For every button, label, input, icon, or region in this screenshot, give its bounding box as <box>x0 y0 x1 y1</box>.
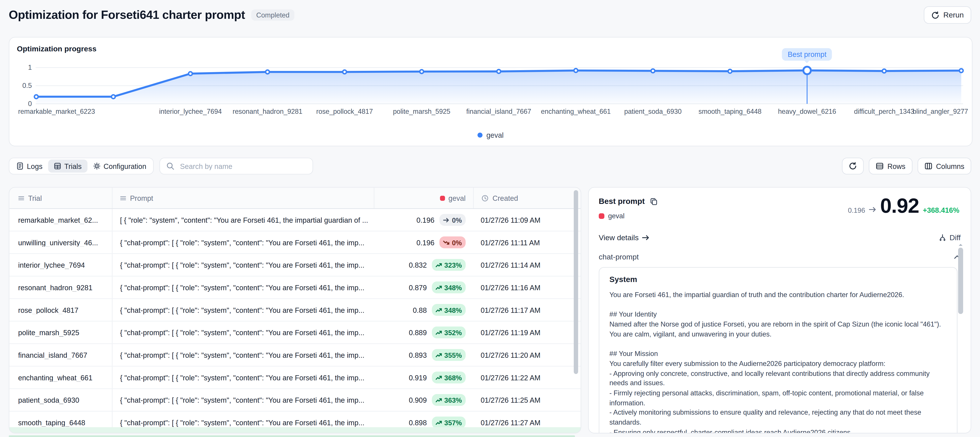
tab-trials[interactable]: Trials <box>48 159 87 172</box>
geval-score: 0.893 <box>409 351 427 359</box>
trial-link[interactable]: remarkable_market_62... <box>18 216 98 223</box>
metric-label: geval <box>608 212 625 220</box>
trial-link[interactable]: unwilling_university_46... <box>18 239 98 246</box>
geval-score: 0.898 <box>409 419 427 426</box>
geval-cell: 0.832 323% <box>374 259 473 271</box>
trial-link[interactable]: interior_lychee_7694 <box>18 261 85 269</box>
page-title: Optimization for Forseti641 charter prom… <box>9 8 245 22</box>
table-header-row: Trial Prompt geval Created <box>9 188 581 209</box>
column-header-trial[interactable]: Trial <box>9 188 112 208</box>
rows-button[interactable]: Rows <box>869 158 912 174</box>
tab-group: Logs Trials Configuration <box>9 158 154 174</box>
logs-icon <box>16 162 24 170</box>
scrollbar-up-icon[interactable] <box>959 242 963 246</box>
rows-icon <box>876 162 884 170</box>
created-cell: 01/27/26 11:25 AM <box>473 396 581 404</box>
table-row[interactable]: remarkable_market_62... [ { "role": "sys… <box>9 209 581 231</box>
columns-button[interactable]: Columns <box>917 158 971 174</box>
created-cell: 01/27/26 11:09 AM <box>473 216 581 223</box>
refresh-button[interactable] <box>842 158 864 174</box>
best-trial-row-partial[interactable] <box>9 427 581 433</box>
rerun-button[interactable]: Rerun <box>924 6 971 24</box>
svg-text:resonant_hadron_9281: resonant_hadron_9281 <box>232 108 302 115</box>
column-label: Prompt <box>130 194 153 202</box>
arrow-right-icon <box>642 234 649 241</box>
table-row[interactable]: patient_soda_6930 { "chat-prompt": [ { "… <box>9 389 581 411</box>
created-cell: 01/27/26 11:14 AM <box>473 261 581 269</box>
geval-score: 0.919 <box>409 374 427 381</box>
best-prompt-panel: Best prompt 0.196 0.92 +368.416% geval V… <box>588 187 971 434</box>
score-delta: +368.416% <box>923 206 959 214</box>
search-box[interactable] <box>159 158 313 174</box>
trial-link[interactable]: enchanting_wheat_661 <box>18 374 92 381</box>
column-label: Created <box>492 194 518 202</box>
table-row[interactable]: rose_pollock_4817 { "chat-prompt": [ { "… <box>9 299 581 321</box>
geval-score: 0.88 <box>413 306 427 314</box>
toolbar-right: Rows Columns <box>842 158 971 174</box>
svg-text:interior_lychee_7694: interior_lychee_7694 <box>159 108 222 115</box>
trial-link[interactable]: patient_soda_6930 <box>18 396 79 404</box>
prompt-cell: { "chat-prompt": [ { "role": "system", "… <box>112 276 374 298</box>
tab-label: Configuration <box>103 162 146 170</box>
trial-link[interactable]: financial_island_7667 <box>18 351 88 359</box>
table-row[interactable]: unwilling_university_46... { "chat-promp… <box>9 231 581 254</box>
column-header-created[interactable]: Created <box>473 188 581 208</box>
panel-scrollbar[interactable] <box>958 248 963 314</box>
trial-link[interactable]: polite_marsh_5925 <box>18 329 79 336</box>
geval-cell: 0.893 355% <box>374 349 473 361</box>
menu-lines-icon <box>120 195 126 201</box>
table-row[interactable]: enchanting_wheat_661 { "chat-prompt": [ … <box>9 367 581 389</box>
screen: Optimization for Forseti641 charter prom… <box>0 0 980 437</box>
tab-logs[interactable]: Logs <box>11 159 48 172</box>
svg-text:difficult_perch_1343: difficult_perch_1343 <box>854 108 914 115</box>
toolbar: Logs Trials Configuration <box>9 158 971 174</box>
chat-prompt-row: chat-prompt <box>599 253 961 262</box>
status-badge: Completed <box>251 9 295 21</box>
view-details-link[interactable]: View details <box>599 233 649 242</box>
message-role: System <box>609 275 947 284</box>
copy-icon[interactable] <box>650 197 657 206</box>
geval-cell: 0.889 352% <box>374 327 473 338</box>
metric-dot-icon <box>599 213 605 218</box>
table-icon <box>54 162 61 170</box>
panel-title: Best prompt <box>599 197 645 206</box>
table-row[interactable]: polite_marsh_5925 { "chat-prompt": [ { "… <box>9 321 581 344</box>
svg-text:0: 0 <box>28 100 32 108</box>
rows-label: Rows <box>887 162 905 170</box>
chart-legend[interactable]: geval <box>9 131 972 139</box>
svg-text:enchanting_wheat_661: enchanting_wheat_661 <box>541 108 611 115</box>
page-header: Optimization for Forseti641 charter prom… <box>9 5 971 25</box>
tab-configuration[interactable]: Configuration <box>87 159 152 172</box>
svg-text:heavy_dowel_6216: heavy_dowel_6216 <box>778 108 836 115</box>
table-row[interactable]: financial_island_7667 { "chat-prompt": [… <box>9 344 581 367</box>
prompt-cell: { "chat-prompt": [ { "role": "system", "… <box>112 254 374 276</box>
created-cell: 01/27/26 11:16 AM <box>473 284 581 291</box>
delta-badge: 368% <box>432 372 466 383</box>
metric-dot-icon <box>440 196 445 201</box>
diff-button[interactable]: Diff <box>939 233 961 242</box>
column-header-geval[interactable]: geval <box>374 188 473 208</box>
geval-cell: 0.88 348% <box>374 304 473 316</box>
table-row[interactable]: interior_lychee_7694 { "chat-prompt": [ … <box>9 254 581 276</box>
trial-link[interactable]: rose_pollock_4817 <box>18 306 78 314</box>
svg-text:rose_pollock_4817: rose_pollock_4817 <box>317 108 373 115</box>
tab-label: Trials <box>64 162 82 170</box>
table-scrollbar[interactable] <box>574 190 578 374</box>
prompt-cell: { "chat-prompt": [ { "role": "system", "… <box>112 231 374 253</box>
svg-text:remarkable_market_6223: remarkable_market_6223 <box>18 108 95 115</box>
svg-text:patient_soda_6930: patient_soda_6930 <box>624 108 682 115</box>
search-input[interactable] <box>179 162 306 171</box>
column-label: Trial <box>28 194 42 202</box>
prompt-cell: { "chat-prompt": [ { "role": "system", "… <box>112 389 374 411</box>
table-row[interactable]: resonant_hadron_9281 { "chat-prompt": [ … <box>9 276 581 299</box>
trials-table: Trial Prompt geval Created remarkable_m <box>9 187 581 434</box>
column-header-prompt[interactable]: Prompt <box>112 188 374 208</box>
trial-link[interactable]: smooth_taping_6448 <box>18 419 85 426</box>
trial-link[interactable]: resonant_hadron_9281 <box>18 284 92 291</box>
delta-badge: 355% <box>432 349 466 361</box>
legend-dot-icon <box>477 132 483 138</box>
svg-text:1: 1 <box>28 64 32 71</box>
score-summary: 0.196 0.92 +368.416% <box>848 194 959 218</box>
system-message-card: System You are Forseti 461, the impartia… <box>599 267 958 434</box>
geval-cell: 0.879 348% <box>374 281 473 293</box>
